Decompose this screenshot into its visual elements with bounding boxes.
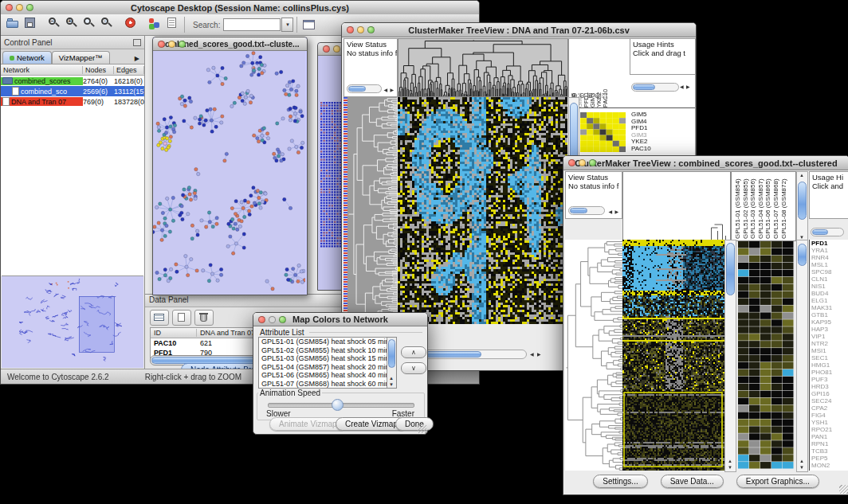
tv1-summary-scrollbar[interactable] (631, 83, 679, 92)
scroll-left-icon[interactable]: ◀ (680, 84, 684, 89)
close-button[interactable] (6, 4, 13, 11)
minimize-button[interactable] (168, 41, 175, 48)
gene-label[interactable]: PUF3 (811, 376, 848, 383)
zoom-button[interactable] (367, 26, 375, 33)
zoom-button[interactable] (279, 316, 286, 323)
attribute-list-item[interactable]: GPL51-01 (GSM854) heat shock 05 min (259, 338, 396, 346)
gene-label[interactable]: FIG4 (811, 412, 848, 419)
zoom-actual-icon[interactable] (81, 15, 97, 31)
scroll-left-icon[interactable]: ◀ (383, 88, 387, 92)
minimize-button[interactable] (579, 159, 586, 166)
tv2-heatmap-vscroll[interactable]: ▲ ▼ (724, 240, 736, 472)
tv2-heatmap[interactable] (622, 240, 724, 471)
tv2-button-settings-[interactable]: Settings... (593, 475, 647, 488)
gene-label[interactable]: NTR2 (811, 340, 848, 347)
attribute-list-scrollbar[interactable]: ▲ ▼ (387, 338, 396, 388)
gene-label[interactable]: HRD3 (811, 383, 848, 390)
scroll-up-icon[interactable]: ▲ (728, 459, 732, 463)
tv2-collabel-scrollbar[interactable]: ▲ ▼ (796, 171, 808, 241)
gene-label[interactable]: KAP95 (811, 318, 848, 326)
minimize-button[interactable] (269, 316, 276, 323)
gene-label[interactable]: PEP5 (811, 455, 848, 462)
gene-label[interactable]: PHO81 (811, 369, 848, 376)
search-combo-arrow-icon[interactable]: ▼ (281, 18, 293, 32)
network-overview-canvas[interactable] (2, 276, 143, 368)
zoom-out-icon[interactable]: − (46, 15, 62, 31)
network-table-row[interactable]: DNA and Tran 07769(0)183728(0) (1, 96, 144, 107)
gene-label[interactable]: MON2 (811, 462, 848, 469)
attribute-list[interactable]: GPL51-01 (GSM854) heat shock 05 minGPL51… (258, 337, 397, 389)
close-button[interactable] (158, 41, 165, 48)
scroll-left-icon[interactable]: ◀ (608, 209, 612, 214)
attribute-list-item[interactable]: GPL51-03 (GSM856) heat shock 15 min (259, 354, 396, 363)
scroll-left-icon[interactable]: ◀ (530, 352, 534, 357)
column-header[interactable]: Nodes (83, 66, 114, 74)
scroll-right-icon[interactable]: ▶ (686, 84, 690, 89)
scroll-up-icon[interactable]: ▲ (799, 173, 804, 178)
gene-label[interactable]: CLN1 (811, 275, 848, 283)
annotations-icon[interactable] (164, 15, 180, 31)
gene-label[interactable]: SPC98 (811, 268, 848, 275)
close-button[interactable] (258, 316, 265, 323)
column-header[interactable]: ID (151, 329, 197, 337)
zoom-in-icon[interactable]: + (64, 15, 80, 31)
tv1-heatmap[interactable] (398, 97, 567, 324)
tv2-button-save-data-[interactable]: Save Data... (661, 475, 724, 488)
tv1-status-scrollbar[interactable] (347, 84, 382, 93)
minimize-button[interactable] (357, 26, 364, 33)
resize-grip[interactable] (418, 424, 426, 433)
network-tree-empty-area[interactable] (1, 107, 144, 276)
scroll-down-icon[interactable]: ▼ (799, 465, 804, 470)
scroll-right-icon[interactable]: ▶ (614, 209, 618, 214)
gene-label[interactable]: RNR4 (811, 254, 848, 261)
gene-label[interactable]: MSI1 (811, 347, 848, 354)
gene-label[interactable]: RPN1 (811, 440, 848, 447)
gene-label[interactable]: HAP3 (811, 326, 848, 333)
gene-label[interactable]: YSH1 (811, 419, 848, 426)
gene-label[interactable]: CPA2 (811, 404, 848, 412)
minimize-button[interactable] (333, 45, 340, 53)
gene-label[interactable]: BUD4 (811, 290, 848, 297)
gene-label[interactable]: GTB1 (811, 311, 848, 318)
gene-label[interactable]: SEC24 (811, 397, 848, 404)
zoom-selected-icon[interactable]: ▫ (99, 15, 115, 31)
table-browser-icon[interactable] (301, 17, 317, 33)
zoom-button[interactable] (26, 4, 33, 11)
main-titlebar[interactable]: Cytoscape Desktop (Session Name: collins… (1, 1, 479, 15)
network-table-row[interactable]: combined_scores2764(0)16218(0) (1, 76, 144, 86)
network-view-canvas[interactable] (153, 51, 305, 295)
close-button[interactable] (323, 45, 330, 53)
tv2-status-scrollbar[interactable] (568, 206, 605, 215)
gene-label[interactable]: ELG1 (811, 297, 848, 304)
tab-overflow-arrow-icon[interactable]: ▶ (132, 53, 143, 64)
zoom-button[interactable] (589, 159, 596, 166)
scroll-up-icon[interactable]: ▲ (799, 459, 804, 463)
gene-label[interactable]: TCB3 (811, 447, 848, 455)
tv2-zoom-vscroll[interactable]: ▲ ▼ (796, 240, 808, 472)
tv2-column-dendrogram[interactable] (622, 171, 731, 241)
gene-label[interactable]: SEC1 (811, 354, 848, 361)
attribute-list-item[interactable]: GPL51-02 (GSM855) heat shock 10 min (259, 346, 396, 355)
tv1-row-dendrogram[interactable] (347, 97, 397, 324)
close-button[interactable] (568, 159, 575, 166)
close-button[interactable] (347, 26, 354, 33)
column-header[interactable]: Edges (114, 66, 144, 74)
help-icon[interactable] (123, 15, 139, 31)
gene-label[interactable]: HMG1 (811, 361, 848, 369)
search-input[interactable] (223, 18, 281, 31)
tv1-mini-heatmap[interactable] (580, 112, 626, 152)
gene-label[interactable]: NIS1 (811, 283, 848, 290)
animation-speed-slider-thumb[interactable] (332, 399, 344, 411)
gene-label[interactable]: VIP1 (811, 333, 848, 340)
tv2-button-export-graphics-[interactable]: Export Graphics... (736, 475, 819, 488)
scroll-right-icon[interactable]: ▶ (390, 88, 394, 92)
open-icon[interactable] (5, 15, 21, 31)
minimize-button[interactable] (16, 4, 23, 11)
gene-label[interactable]: MSL1 (811, 261, 848, 268)
tv2-row-dendrogram[interactable] (565, 240, 622, 471)
tab-vizmapper[interactable]: VizMapper™ (52, 51, 110, 64)
attribute-list-item[interactable]: GPL51-06 (GSM865) heat shock 40 min (259, 371, 396, 380)
zoom-button[interactable] (179, 41, 186, 48)
gene-label[interactable]: YRA1 (811, 247, 848, 254)
save-icon[interactable] (22, 15, 38, 31)
